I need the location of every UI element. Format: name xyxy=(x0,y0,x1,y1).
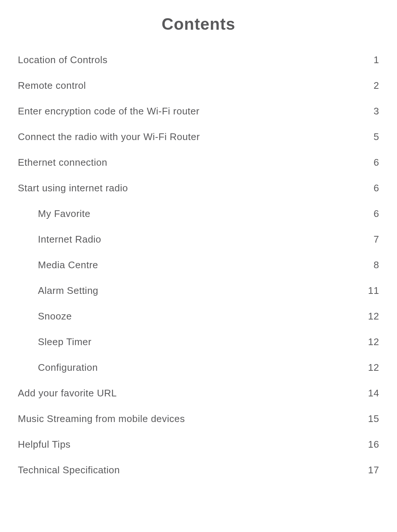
toc-entry-page: 14 xyxy=(367,387,379,399)
toc-entry-label: Internet Radio xyxy=(38,234,101,245)
toc-entry: Enter encryption code of the Wi-Fi route… xyxy=(18,106,379,117)
toc-entry-page: 12 xyxy=(367,362,379,373)
toc-entry: Music Streaming from mobile devices15 xyxy=(18,413,379,425)
toc-entry: Add your favorite URL14 xyxy=(18,387,379,399)
toc-entry-page: 16 xyxy=(367,439,379,450)
toc-entry: Start using internet radio6 xyxy=(18,182,379,194)
toc-entry-label: Helpful Tips xyxy=(18,439,71,450)
toc-entry-page: 15 xyxy=(367,413,379,425)
toc-entry-page: 12 xyxy=(367,311,379,322)
toc-entry-page: 6 xyxy=(372,208,379,220)
toc-entry-label: Media Centre xyxy=(38,259,98,271)
toc-entry-label: Configuration xyxy=(38,362,98,373)
toc-entry-label: Ethernet connection xyxy=(18,157,107,168)
toc-entry-page: 8 xyxy=(372,259,379,271)
toc-entry: Internet Radio7 xyxy=(18,234,379,245)
toc-entry: Configuration12 xyxy=(18,362,379,373)
toc-entry-page: 3 xyxy=(372,106,379,117)
page-title: Contents xyxy=(18,15,379,33)
toc-entry-label: Snooze xyxy=(38,311,72,322)
toc-entry: Helpful Tips16 xyxy=(18,439,379,450)
toc-entry-page: 12 xyxy=(367,336,379,348)
toc-entry-page: 2 xyxy=(372,80,379,91)
toc-entry-page: 7 xyxy=(372,234,379,245)
toc-entry: Location of Controls1 xyxy=(18,54,379,66)
toc-entry-label: Enter encryption code of the Wi-Fi route… xyxy=(18,106,200,117)
toc-entry: Snooze12 xyxy=(18,311,379,322)
toc-entry: Media Centre8 xyxy=(18,259,379,271)
toc-entry: Ethernet connection6 xyxy=(18,157,379,168)
toc-entry-label: Remote control xyxy=(18,80,86,91)
toc-entry-page: 6 xyxy=(372,182,379,194)
toc-entry: Remote control2 xyxy=(18,80,379,91)
table-of-contents: Location of Controls1Remote control2Ente… xyxy=(18,54,379,476)
toc-entry: My Favorite6 xyxy=(18,208,379,220)
toc-entry-label: Connect the radio with your Wi-Fi Router xyxy=(18,131,200,143)
toc-entry: Alarm Setting11 xyxy=(18,285,379,296)
toc-entry-page: 17 xyxy=(367,464,379,476)
toc-entry-page: 6 xyxy=(372,157,379,168)
toc-entry-page: 11 xyxy=(367,285,379,296)
toc-entry-label: Technical Specification xyxy=(18,464,120,476)
toc-entry-page: 5 xyxy=(372,131,379,143)
toc-entry-label: Location of Controls xyxy=(18,54,107,66)
toc-entry: Connect the radio with your Wi-Fi Router… xyxy=(18,131,379,143)
toc-entry-label: My Favorite xyxy=(38,208,90,220)
toc-entry: Sleep Timer12 xyxy=(18,336,379,348)
toc-entry-label: Start using internet radio xyxy=(18,182,128,194)
toc-entry-label: Sleep Timer xyxy=(38,336,91,348)
toc-entry-page: 1 xyxy=(372,54,379,66)
toc-entry: Technical Specification17 xyxy=(18,464,379,476)
toc-entry-label: Music Streaming from mobile devices xyxy=(18,413,185,425)
toc-entry-label: Add your favorite URL xyxy=(18,387,117,399)
toc-entry-label: Alarm Setting xyxy=(38,285,99,296)
